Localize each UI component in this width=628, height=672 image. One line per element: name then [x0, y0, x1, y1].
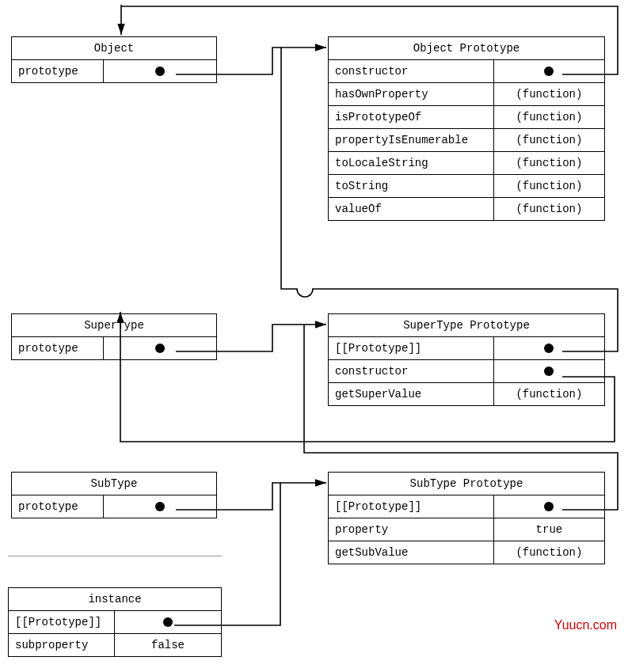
subtype-box: SubType prototype [11, 472, 217, 518]
stp-value-1 [494, 360, 604, 382]
pointer-dot-icon [544, 502, 554, 511]
sbp-value-0 [494, 495, 604, 518]
op-label-1: hasOwnProperty [329, 83, 494, 105]
op-value-3: (function) [494, 129, 604, 151]
sbp-label-0: [[Prototype]] [329, 495, 494, 518]
sbp-row-2: getSubValue (function) [329, 541, 604, 564]
pointer-dot-icon [544, 66, 554, 76]
pointer-dot-icon [155, 502, 165, 511]
stp-label-0: [[Prototype]] [329, 337, 494, 359]
op-row-0: constructor [329, 60, 604, 83]
pointer-dot-icon [155, 344, 165, 353]
object-prototype-label: prototype [12, 60, 104, 82]
op-row-1: hasOwnProperty (function) [329, 83, 604, 106]
op-value-4: (function) [494, 152, 604, 174]
sbp-value-2: (function) [494, 541, 604, 564]
op-value-0 [494, 60, 604, 82]
subtype-prototype-title: SubType Prototype [329, 473, 604, 495]
stp-row-1: constructor [329, 360, 604, 383]
op-row-6: valueOf (function) [329, 198, 604, 220]
inst-row-0: [[Prototype]] [9, 611, 221, 634]
op-value-6: (function) [494, 198, 604, 220]
divider-line [8, 556, 222, 556]
watermark-text: Yuucn.com [554, 618, 617, 632]
sbp-row-0: [[Prototype]] [329, 495, 604, 518]
pointer-dot-icon [155, 66, 165, 76]
stp-label-1: constructor [329, 360, 494, 382]
subtype-row: prototype [12, 495, 216, 518]
op-row-3: propertyIsEnumerable (function) [329, 129, 604, 152]
op-value-2: (function) [494, 106, 604, 128]
supertype-box: SuperType prototype [11, 313, 217, 360]
object-title: Object [12, 37, 216, 60]
pointer-dot-icon [544, 366, 554, 376]
op-row-2: isPrototypeOf (function) [329, 106, 604, 129]
supertype-prototype-label: prototype [12, 337, 104, 359]
stp-label-2: getSuperValue [329, 383, 494, 405]
op-row-4: toLocaleString (function) [329, 152, 604, 175]
inst-value-0 [115, 611, 221, 633]
instance-title: instance [9, 588, 221, 611]
object-prototype-value [104, 60, 216, 82]
stp-value-0 [494, 337, 604, 359]
inst-label-0: [[Prototype]] [9, 611, 115, 633]
op-label-3: propertyIsEnumerable [329, 129, 494, 151]
supertype-prototype-title: SuperType Prototype [329, 314, 604, 337]
op-label-5: toString [329, 175, 494, 197]
op-row-5: toString (function) [329, 175, 604, 198]
inst-label-1: subproperty [9, 634, 115, 656]
pointer-dot-icon [544, 344, 554, 353]
supertype-prototype-value [104, 337, 216, 359]
object-prototype-box: Object Prototype constructor hasOwnPrope… [328, 36, 605, 221]
subtype-title: SubType [12, 473, 216, 495]
object-prototype-title: Object Prototype [329, 37, 604, 60]
op-value-1: (function) [494, 83, 604, 105]
sbp-row-1: property true [329, 518, 604, 541]
op-label-0: constructor [329, 60, 494, 82]
stp-value-2: (function) [494, 383, 604, 405]
stp-row-0: [[Prototype]] [329, 337, 604, 360]
inst-row-1: subproperty false [9, 634, 221, 656]
op-label-2: isPrototypeOf [329, 106, 494, 128]
object-row: prototype [12, 60, 216, 82]
supertype-title: SuperType [12, 314, 216, 337]
pointer-dot-icon [163, 617, 173, 627]
op-label-6: valueOf [329, 198, 494, 220]
op-value-5: (function) [494, 175, 604, 197]
sbp-label-1: property [329, 518, 494, 541]
instance-box: instance [[Prototype]] subproperty false [8, 587, 222, 657]
subtype-prototype-value [104, 495, 216, 518]
subtype-prototype-box: SubType Prototype [[Prototype]] property… [328, 472, 605, 564]
inst-value-1: false [115, 634, 221, 656]
subtype-prototype-label: prototype [12, 495, 104, 518]
supertype-row: prototype [12, 337, 216, 359]
op-label-4: toLocaleString [329, 152, 494, 174]
sbp-label-2: getSubValue [329, 541, 494, 564]
sbp-value-1: true [494, 518, 604, 541]
supertype-prototype-box: SuperType Prototype [[Prototype]] constr… [328, 313, 605, 406]
stp-row-2: getSuperValue (function) [329, 383, 604, 405]
object-box: Object prototype [11, 36, 217, 83]
